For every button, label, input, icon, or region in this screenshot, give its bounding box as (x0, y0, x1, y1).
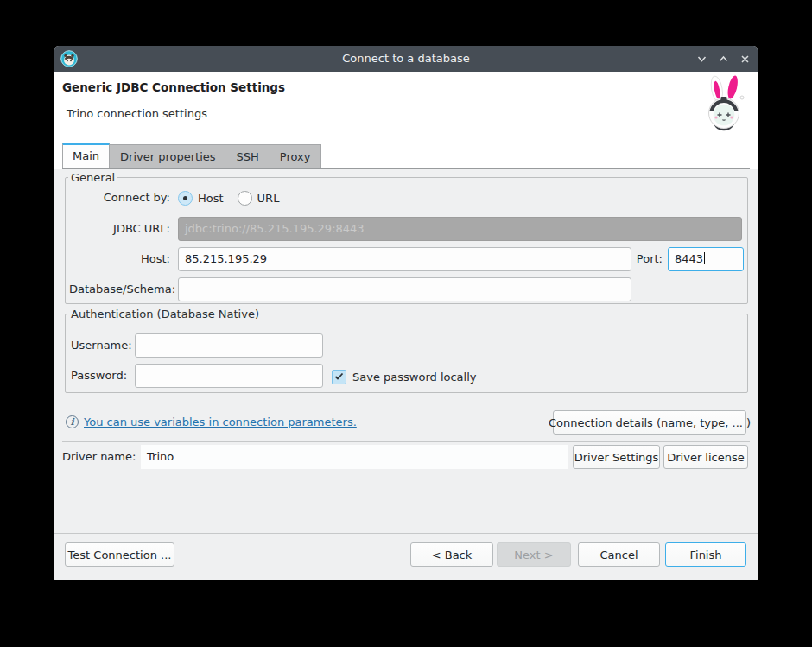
jdbc-url-field: jdbc:trino://85.215.195.29:8443 (178, 217, 742, 241)
titlebar: Connect to a database (54, 46, 758, 72)
tab-ssh[interactable]: SSH (226, 145, 270, 169)
trino-bunny-logo (699, 74, 749, 136)
host-input[interactable]: 85.215.195.29 (178, 247, 631, 271)
connect-by-label: Connect by: (69, 188, 170, 207)
radio-host-icon (178, 191, 193, 206)
connect-to-database-dialog: Connect to a database Generic JDBC Conne… (54, 46, 758, 580)
driver-license-button[interactable]: Driver license (663, 445, 748, 469)
host-label: Host: (69, 247, 170, 271)
jdbc-url-label: JDBC URL: (69, 217, 170, 241)
port-input[interactable]: 8443 (668, 247, 744, 271)
driver-separator (62, 441, 750, 442)
password-label: Password: (71, 364, 127, 388)
tab-bar: Main Driver properties SSH Proxy (54, 141, 758, 169)
radio-connect-by-host[interactable]: Host (178, 191, 224, 206)
next-button: Next > (497, 542, 571, 567)
username-label: Username: (71, 333, 132, 358)
cancel-button[interactable]: Cancel (578, 542, 660, 567)
window-title: Connect to a database (54, 46, 758, 72)
driver-settings-button[interactable]: Driver Settings (573, 445, 660, 469)
authentication-group: Authentication (Database Native) Usernam… (65, 314, 748, 393)
port-label: Port: (630, 247, 663, 271)
info-icon: i (66, 415, 79, 428)
save-password-checkbox[interactable]: Save password locally (332, 364, 477, 390)
general-group: General Connect by: Host URL JDBC URL: j… (65, 177, 748, 304)
dialog-header: Generic JDBC Connection Settings Trino c… (54, 72, 758, 141)
tab-proxy[interactable]: Proxy (270, 145, 321, 169)
maximize-icon[interactable] (717, 53, 729, 65)
radio-url-icon (238, 191, 252, 206)
page-title: Generic JDBC Connection Settings (62, 80, 285, 94)
footer-separator (54, 533, 758, 534)
finish-button[interactable]: Finish (665, 542, 746, 567)
variables-hint-link[interactable]: You can use variables in connection para… (84, 410, 357, 435)
close-icon[interactable] (739, 53, 751, 65)
general-legend: General (68, 170, 117, 185)
authentication-legend: Authentication (Database Native) (68, 307, 262, 321)
back-button[interactable]: < Back (410, 542, 493, 567)
database-schema-input[interactable] (178, 277, 631, 301)
checkbox-checked-icon (332, 370, 346, 384)
connection-details-button[interactable]: Connection details (name, type, ... ) (553, 410, 746, 435)
username-input[interactable] (135, 333, 323, 358)
page-subtitle: Trino connection settings (67, 107, 207, 120)
minimize-icon[interactable] (695, 53, 707, 65)
test-connection-button[interactable]: Test Connection ... (65, 542, 174, 567)
password-input[interactable] (135, 364, 323, 388)
driver-name-field: Trino (141, 445, 568, 469)
database-schema-label: Database/Schema: (69, 277, 170, 301)
radio-connect-by-url[interactable]: URL (238, 191, 280, 206)
main-tab-content: General Connect by: Host URL JDBC URL: j… (54, 169, 758, 580)
tab-driver-properties[interactable]: Driver properties (110, 145, 225, 169)
text-caret (704, 252, 705, 264)
driver-name-label: Driver name: (62, 445, 136, 469)
tab-main[interactable]: Main (62, 143, 110, 168)
